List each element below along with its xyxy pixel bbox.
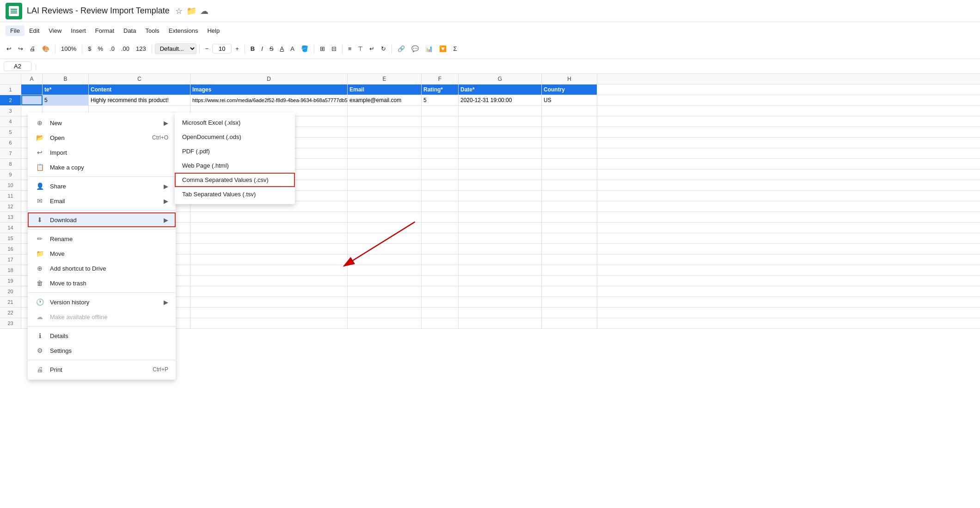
col-header-g[interactable]: G xyxy=(459,74,542,84)
cell-f2[interactable]: 5 xyxy=(422,95,459,105)
menu-view[interactable]: View xyxy=(44,25,66,36)
download-html-label: Web Page (.html) xyxy=(182,162,229,169)
menu-option-download[interactable]: ⬇ Download ▶ xyxy=(28,212,176,227)
col-header-a[interactable]: A xyxy=(21,74,43,84)
zoom-button[interactable]: 100% xyxy=(58,43,79,54)
cell-a2[interactable] xyxy=(21,95,43,105)
cell-c2[interactable]: Highly recommend this product! xyxy=(89,95,190,105)
filter-button[interactable]: 🔽 xyxy=(436,43,449,54)
text-color-button[interactable]: A xyxy=(288,43,297,54)
download-pdf[interactable]: PDF (.pdf) xyxy=(175,144,295,158)
format-number-button[interactable]: 123 xyxy=(133,43,149,54)
menu-option-download-label: Download xyxy=(50,217,77,224)
menu-insert[interactable]: Insert xyxy=(66,25,91,36)
menu-option-new[interactable]: ⊕ New ▶ xyxy=(28,115,176,130)
align-button[interactable]: ≡ xyxy=(345,43,355,54)
col-header-b[interactable]: B xyxy=(43,74,89,84)
font-size-inc-button[interactable]: + xyxy=(233,43,242,54)
rotate-button[interactable]: ↻ xyxy=(378,43,389,54)
menu-option-settings[interactable]: ⚙ Settings xyxy=(28,343,176,358)
redo-button[interactable]: ↪ xyxy=(15,43,26,54)
menu-data[interactable]: Data xyxy=(119,25,141,36)
strikethrough-button[interactable]: S xyxy=(267,43,276,54)
cell-h2[interactable]: US xyxy=(542,95,597,105)
download-xlsx[interactable]: Microsoft Excel (.xlsx) xyxy=(175,115,295,130)
menu-option-open[interactable]: 📂 Open Ctrl+O xyxy=(28,130,176,145)
menu-option-import[interactable]: ↩ Import xyxy=(28,145,176,160)
merge-button[interactable]: ⊟ xyxy=(329,43,339,54)
cell-c1[interactable]: Content xyxy=(89,85,190,95)
cell-g2[interactable]: 2020-12-31 19:00:00 xyxy=(459,95,542,105)
row-num-1: 1 xyxy=(0,85,21,95)
cell-e2[interactable]: example@email.com xyxy=(348,95,422,105)
menu-option-print[interactable]: 🖨 Print Ctrl+P xyxy=(28,362,176,377)
decimal-inc-button[interactable]: .00 xyxy=(118,43,132,54)
font-size-dec-button[interactable]: − xyxy=(202,43,212,54)
cell-b1[interactable]: te* xyxy=(43,85,89,95)
percent-button[interactable]: % xyxy=(95,43,106,54)
cloud-icon[interactable]: ☁ xyxy=(200,6,208,16)
font-selector[interactable]: Default... xyxy=(155,43,196,54)
menu-edit[interactable]: Edit xyxy=(24,25,44,36)
italic-button[interactable]: I xyxy=(258,43,266,54)
data-row-2: 2 5 Highly recommend this product! https… xyxy=(0,95,980,106)
cell-f1[interactable]: Rating* xyxy=(422,85,459,95)
valign-button[interactable]: ⊤ xyxy=(355,43,366,54)
folder-icon[interactable]: 📁 xyxy=(186,6,196,16)
font-size-input[interactable]: 10 xyxy=(212,44,232,54)
cell-h1[interactable]: Country xyxy=(542,85,597,95)
menu-extensions[interactable]: Extensions xyxy=(164,25,203,36)
col-header-e[interactable]: E xyxy=(348,74,422,84)
fill-color-button[interactable]: 🪣 xyxy=(298,43,311,54)
cell-b2[interactable]: 5 xyxy=(43,95,89,105)
menu-tools[interactable]: Tools xyxy=(141,25,164,36)
col-header-f[interactable]: F xyxy=(422,74,459,84)
menu-option-move-trash[interactable]: 🗑 Move to trash xyxy=(28,276,176,290)
menu-option-add-shortcut[interactable]: ⊕ Add shortcut to Drive xyxy=(28,261,176,276)
menu-file[interactable]: File xyxy=(6,25,24,36)
paint-format-button[interactable]: 🎨 xyxy=(39,43,52,54)
corner-header xyxy=(0,74,21,84)
menu-option-version-history[interactable]: 🕐 Version history ▶ xyxy=(28,295,176,309)
link-button[interactable]: 🔗 xyxy=(395,43,408,54)
menu-format[interactable]: Format xyxy=(91,25,119,36)
cell-d2[interactable]: https://www.rei.com/media/6ade2f52-f8d9-… xyxy=(190,95,348,105)
sheet-area: A B C D E F G H 1 te* Content Images Ema… xyxy=(0,74,980,508)
menu-option-share[interactable]: 👤 Share ▶ xyxy=(28,179,176,194)
col-header-h[interactable]: H xyxy=(542,74,597,84)
menu-help[interactable]: Help xyxy=(202,25,224,36)
cell-a1[interactable] xyxy=(21,85,43,95)
download-csv[interactable]: Comma Separated Values (.csv) xyxy=(175,173,295,187)
menu-option-details[interactable]: ℹ Details xyxy=(28,328,176,343)
wrap-button[interactable]: ↵ xyxy=(367,43,377,54)
col-header-c[interactable]: C xyxy=(89,74,190,84)
currency-button[interactable]: $ xyxy=(85,43,94,54)
move-icon: 📁 xyxy=(35,250,44,257)
cell-e1[interactable]: Email xyxy=(348,85,422,95)
menu-option-move[interactable]: 📁 Move xyxy=(28,246,176,261)
col-header-d[interactable]: D xyxy=(190,74,348,84)
borders-button[interactable]: ⊞ xyxy=(317,43,328,54)
download-ods[interactable]: OpenDocument (.ods) xyxy=(175,130,295,144)
download-html[interactable]: Web Page (.html) xyxy=(175,158,295,173)
decimal-dec-button[interactable]: .0 xyxy=(107,43,117,54)
cell-g1[interactable]: Date* xyxy=(459,85,542,95)
menu-option-make-copy[interactable]: 📋 Make a copy xyxy=(28,160,176,175)
cell-d1[interactable]: Images xyxy=(190,85,348,95)
bold-button[interactable]: B xyxy=(248,43,257,54)
menu-option-offline[interactable]: ☁ Make available offline xyxy=(28,309,176,324)
underline-button[interactable]: A xyxy=(277,43,287,54)
file-menu-dropdown: ⊕ New ▶ 📂 Open Ctrl+O ↩ Import 📋 Make a … xyxy=(28,113,176,380)
star-icon[interactable]: ☆ xyxy=(175,6,183,16)
download-tsv[interactable]: Tab Separated Values (.tsv) xyxy=(175,187,295,201)
cell-reference-input[interactable]: A2 xyxy=(4,61,31,71)
menu-option-offline-label: Make available offline xyxy=(50,314,108,321)
undo-button[interactable]: ↩ xyxy=(4,43,14,54)
menu-option-rename[interactable]: ✏ Rename xyxy=(28,231,176,246)
download-submenu: Microsoft Excel (.xlsx) OpenDocument (.o… xyxy=(175,113,295,204)
comment-button[interactable]: 💬 xyxy=(409,43,422,54)
chart-button[interactable]: 📊 xyxy=(423,43,435,54)
menu-option-email[interactable]: ✉ Email ▶ xyxy=(28,194,176,208)
function-button[interactable]: Σ xyxy=(450,43,459,54)
print-button[interactable]: 🖨 xyxy=(27,43,38,54)
